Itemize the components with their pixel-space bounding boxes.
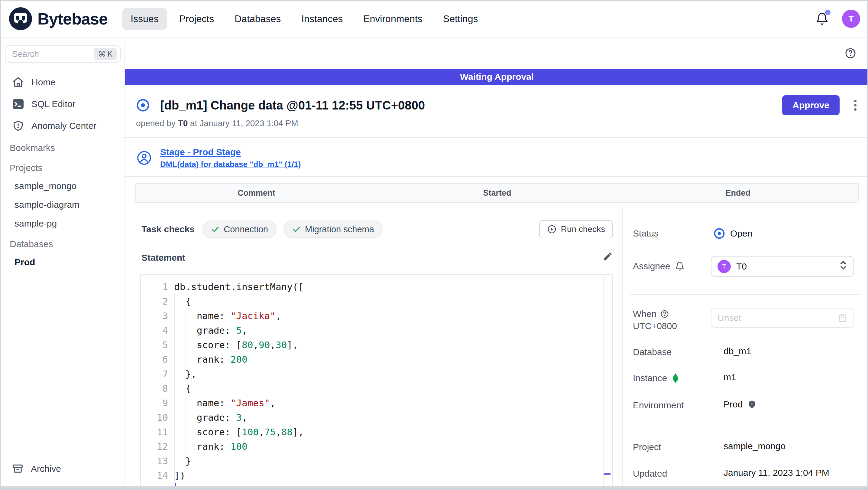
when-input[interactable] [717, 313, 838, 323]
overview-ruler [603, 275, 604, 488]
bytebase-logo-icon [9, 7, 32, 30]
avatar[interactable]: T [842, 10, 860, 28]
divider [125, 176, 868, 177]
indent-guide [174, 294, 175, 483]
assignee-avatar: T [717, 260, 731, 273]
opened-time: at January 11, 2023 1:04 PM [190, 119, 298, 128]
chevron-up-down-icon [839, 260, 847, 273]
divider [630, 294, 861, 295]
protected-shield-icon [747, 400, 756, 409]
check-badge-migration-schema: Migration schema [284, 221, 383, 238]
opened-prefix: opened by [136, 119, 176, 128]
tab-instances[interactable]: Instances [293, 8, 351, 30]
task-run-table-header: Comment Started Ended [135, 183, 859, 203]
assignee-label: Assignee [633, 261, 685, 271]
database-value[interactable]: db_m1 [723, 346, 751, 356]
instance-label: Instance [633, 373, 679, 383]
check-badge-connection: Connection [203, 221, 277, 238]
column-header-started: Started [377, 184, 618, 202]
task-checks-label: Task checks [142, 224, 195, 234]
mongodb-leaf-icon [672, 373, 679, 383]
sidebar-project-sample-diagram[interactable]: sample-diagram [1, 195, 125, 214]
check-badge-label: Connection [224, 225, 268, 234]
sidebar-section-databases: Databases [1, 233, 125, 253]
environment-label: Environment [633, 400, 684, 410]
issue-open-status-icon [136, 98, 150, 112]
sidebar-item-label: Anomaly Center [31, 121, 96, 131]
sidebar-item-sql-editor[interactable]: SQL Editor [1, 93, 125, 115]
tab-databases[interactable]: Databases [226, 8, 289, 30]
stage-link[interactable]: Stage - Prod Stage [160, 147, 301, 157]
stage-row: Stage - Prod Stage DML(data) for databas… [136, 142, 301, 174]
overview-ruler-cursor-mark [604, 473, 611, 475]
tab-issues[interactable]: Issues [122, 8, 167, 30]
terminal-icon [12, 98, 24, 110]
assignee-select[interactable]: T T0 [711, 256, 854, 277]
window-edge [1, 486, 867, 489]
sidebar-item-label: Archive [31, 464, 61, 474]
when-label: When UTC+0800 [633, 308, 677, 332]
code-lines: 1db.student.insertMany([2 {3 name: "Jaci… [141, 280, 612, 488]
notification-dot [825, 10, 831, 15]
help-row [125, 37, 868, 69]
instance-row: Instance m1 [633, 372, 861, 384]
calendar-icon [838, 313, 847, 323]
issue-opened-by: opened by T0 at January 11, 2023 1:04 PM [136, 119, 298, 128]
sidebar-item-anomaly-center[interactable]: Anomaly Center [1, 115, 125, 137]
statement-label: Statement [142, 253, 185, 263]
sidebar-section-projects: Projects [1, 157, 125, 177]
sidebar-item-label: SQL Editor [31, 99, 75, 109]
updated-label: Updated [633, 468, 667, 479]
approve-button[interactable]: Approve [782, 95, 840, 115]
when-datetime-field[interactable] [711, 308, 854, 328]
edit-pencil-icon[interactable] [602, 251, 613, 264]
run-checks-label: Run checks [561, 225, 605, 234]
divider [630, 428, 861, 428]
bytebase-logo[interactable]: Bytebase [9, 7, 107, 30]
project-value[interactable]: sample_mongo [723, 441, 785, 451]
instance-value[interactable]: m1 [723, 372, 736, 382]
more-options-kebab-icon[interactable] [850, 97, 860, 114]
search-shortcut-kbd: ⌘ K [94, 48, 117, 60]
sidebar-project-sample-pg[interactable]: sample-pg [1, 214, 125, 233]
run-checks-button[interactable]: Run checks [539, 220, 613, 238]
question-circle-icon [660, 310, 669, 318]
tab-environments[interactable]: Environments [355, 8, 431, 30]
environment-value[interactable]: Prod [723, 399, 756, 409]
when-timezone: UTC+0800 [633, 321, 677, 331]
notify-bell-icon[interactable] [675, 261, 685, 271]
check-icon [292, 225, 301, 233]
archive-icon [12, 463, 24, 474]
sidebar-section-bookmarks: Bookmarks [1, 137, 125, 157]
issue-title-row: [db_m1] Change data @01-11 12:55 UTC+080… [136, 92, 860, 119]
help-icon[interactable] [844, 47, 857, 59]
tab-settings[interactable]: Settings [435, 8, 487, 30]
sidebar-database-prod[interactable]: Prod [1, 253, 125, 271]
sidebar-project-sample-mongo[interactable]: sample_mongo [1, 177, 125, 195]
notification-bell-icon[interactable] [815, 12, 829, 25]
sidebar-item-home[interactable]: Home [1, 71, 125, 93]
opener-name: T0 [178, 119, 188, 128]
status-label: Status [633, 228, 658, 239]
project-row: Project sample_mongo [633, 441, 861, 453]
assignee-value: T0 [736, 261, 747, 271]
main-content: Waiting Approval [db_m1] Change data @01… [125, 37, 868, 488]
search-box[interactable]: ⌘ K [5, 46, 121, 63]
environment-row: Environment Prod [633, 399, 861, 411]
open-status-icon [713, 227, 725, 239]
search-input[interactable] [12, 49, 94, 59]
issue-sidebar-panel: Status Open Assignee T T0 [622, 209, 868, 488]
tab-projects[interactable]: Projects [171, 8, 223, 30]
check-icon [211, 225, 219, 233]
sidebar-item-archive[interactable]: Archive [1, 458, 125, 480]
statement-code-editor[interactable]: 1db.student.insertMany([2 {3 name: "Jaci… [140, 274, 613, 488]
status-text: Open [730, 228, 752, 239]
main-nav: Issues Projects Databases Instances Envi… [122, 8, 486, 30]
play-circle-icon [547, 225, 557, 234]
instance-label-text: Instance [633, 373, 667, 383]
check-badge-label: Migration schema [305, 225, 374, 234]
divider [125, 137, 868, 138]
updated-row: Updated January 11, 2023 1:04 PM [633, 468, 861, 480]
stage-task-link[interactable]: DML(data) for database "db_m1" (1/1) [160, 160, 301, 169]
home-icon [12, 76, 24, 88]
